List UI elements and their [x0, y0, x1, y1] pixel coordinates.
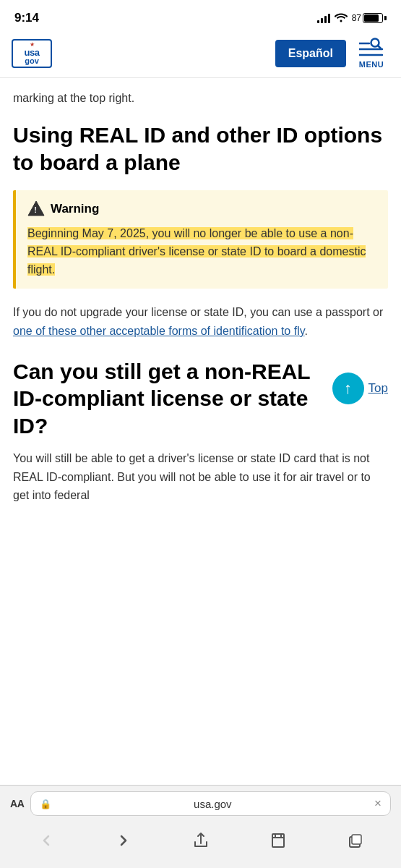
scroll-top-button[interactable]: ↑	[332, 373, 364, 404]
url-domain: usa.gov	[56, 798, 370, 810]
svg-line-1	[378, 46, 381, 48]
battery-fill	[364, 14, 379, 22]
battery-percent: 87	[352, 13, 361, 23]
status-icons: 87	[317, 12, 387, 25]
logo-gov: gov	[25, 57, 39, 65]
forward-button[interactable]	[105, 827, 142, 854]
top-button-group: ↑ Top	[332, 373, 388, 404]
warning-triangle-icon: !	[27, 200, 45, 218]
status-time: 9:14	[14, 11, 39, 25]
warning-box: ! Warning Beginning May 7, 2025, you wil…	[13, 190, 388, 289]
logo-box: ★ usa gov	[12, 39, 52, 68]
lock-icon: 🔒	[40, 799, 51, 809]
menu-label: MENU	[359, 60, 384, 69]
section2-body-text: You will still be able to get a driver's…	[13, 449, 388, 505]
intro-text: marking at the top right.	[13, 90, 388, 107]
svg-rect-6	[272, 834, 284, 847]
battery-tip	[384, 16, 387, 20]
header-right: Español MENU	[275, 38, 389, 69]
browser-bar: AA 🔒 usa.gov ×	[0, 785, 401, 868]
browser-nav-bar	[0, 822, 401, 868]
url-close-button[interactable]: ×	[374, 796, 381, 811]
logo[interactable]: ★ usa gov	[12, 39, 52, 68]
acceptable-forms-link[interactable]: one of these other acceptable forms of i…	[13, 325, 305, 337]
warning-highlight: Beginning May 7, 2025, you will no longe…	[27, 227, 366, 276]
warning-header: ! Warning	[27, 200, 376, 218]
para1-before: If you do not upgrade your license or st…	[13, 306, 383, 318]
status-bar: 9:14 87	[0, 0, 401, 32]
warning-body: Beginning May 7, 2025, you will no longe…	[27, 225, 376, 278]
font-size-button[interactable]: AA	[10, 798, 25, 809]
espanol-button[interactable]: Español	[275, 40, 346, 67]
warning-title: Warning	[51, 202, 99, 216]
top-link[interactable]: Top	[368, 381, 388, 396]
main-content: marking at the top right. Using REAL ID …	[0, 78, 401, 519]
tabs-button[interactable]	[337, 827, 374, 854]
para1-after: .	[305, 325, 308, 337]
signal-icon	[317, 13, 330, 23]
site-header: ★ usa gov Español MENU	[0, 32, 401, 78]
paragraph-1: If you do not upgrade your license or st…	[13, 303, 388, 340]
battery-indicator: 87	[352, 13, 387, 23]
battery-body	[363, 13, 383, 23]
up-arrow-icon: ↑	[344, 380, 352, 396]
svg-text:!: !	[34, 205, 37, 214]
bookmarks-button[interactable]	[259, 827, 297, 854]
section-2: Can you still get a non-REAL ID-complian…	[13, 358, 388, 505]
svg-rect-8	[352, 835, 361, 844]
url-bar: AA 🔒 usa.gov ×	[0, 786, 401, 822]
wifi-icon	[335, 12, 348, 25]
menu-button[interactable]: MENU	[353, 38, 389, 69]
back-button[interactable]	[27, 827, 65, 854]
url-input-area[interactable]: 🔒 usa.gov ×	[30, 791, 391, 816]
section-heading-1: Using REAL ID and other ID options to bo…	[13, 122, 388, 176]
menu-search-icon	[359, 38, 384, 58]
share-button[interactable]	[182, 827, 220, 854]
